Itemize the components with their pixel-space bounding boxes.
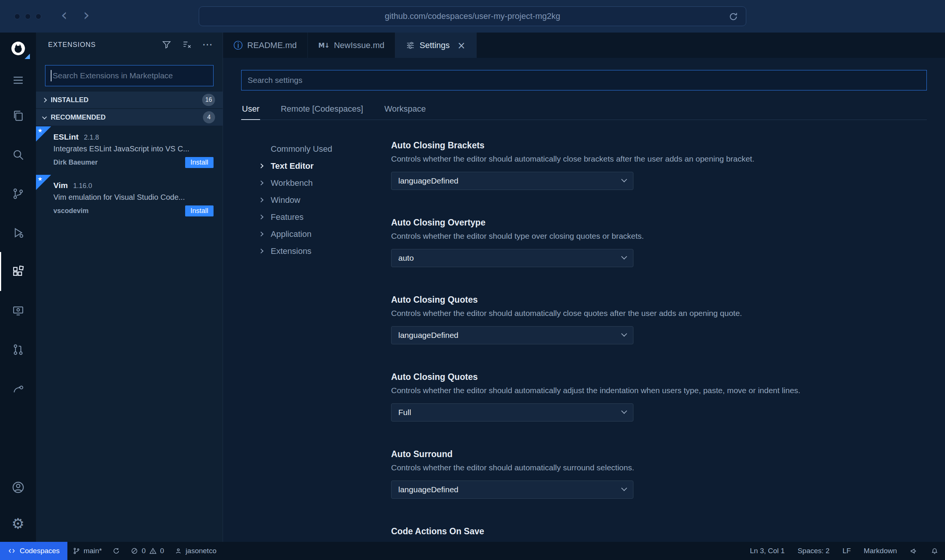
sidebar-item-explorer[interactable] (0, 96, 36, 135)
browser-back-button[interactable]: ‹ (61, 7, 67, 23)
cursor-position[interactable]: Ln 3, Col 1 (744, 547, 791, 555)
feedback-icon (910, 547, 918, 555)
dropdown-value: languageDefined (398, 331, 622, 340)
window-close-button[interactable] (14, 14, 20, 19)
problems-indicator[interactable]: 0 0 (125, 542, 169, 560)
settings-gear-button[interactable]: ⚙ (0, 506, 36, 542)
notifications-button[interactable] (924, 547, 945, 555)
info-icon: ⓘ (234, 41, 243, 50)
sidebar-item-remote-explorer[interactable] (0, 291, 36, 330)
refresh-icon[interactable] (728, 11, 739, 22)
more-actions-icon[interactable]: ⋯ (202, 39, 213, 50)
toc-item-window[interactable]: Window (259, 191, 379, 208)
clear-filter-icon[interactable] (182, 39, 192, 50)
indentation-label: Spaces: 2 (798, 547, 830, 555)
section-label: RECOMMENDED (51, 114, 203, 121)
setting-dropdown[interactable]: auto (391, 249, 633, 267)
language-mode[interactable]: Markdown (857, 547, 903, 555)
toc-item-commonly-used[interactable]: Commonly Used (259, 140, 379, 157)
feedback-button[interactable] (903, 547, 924, 555)
window-minimize-button[interactable] (25, 14, 31, 19)
setting-code-actions-on-save: Code Actions On Save (391, 526, 945, 542)
installed-count-badge: 16 (202, 94, 215, 106)
settings-search-input[interactable] (241, 70, 927, 90)
extension-item-eslint[interactable]: ★ ESLint 2.1.8 Integrates ESLint JavaScr… (36, 126, 223, 175)
settings-scope-tabs: User Remote [Codespaces] Workspace (241, 100, 927, 120)
setting-dropdown[interactable]: languageDefined (391, 172, 633, 190)
editor-area: ⓘ README.md M↓ NewIssue.md Settings × (223, 33, 945, 542)
scope-tab-remote[interactable]: Remote [Codespaces] (280, 100, 364, 120)
cursor-position-label: Ln 3, Col 1 (750, 547, 785, 555)
dropdown-value: auto (398, 254, 622, 263)
section-recommended[interactable]: RECOMMENDED 4 (36, 109, 223, 126)
toc-label: Features (271, 212, 304, 222)
bell-icon (931, 547, 939, 555)
setting-title: Auto Closing Quotes (391, 295, 945, 305)
extensions-search-input[interactable]: Search Extensions in Marketplace (45, 65, 214, 86)
tab-label: Settings (419, 40, 450, 50)
setting-auto-closing-brackets: Auto Closing Brackets Controls whether t… (391, 140, 945, 218)
warning-count: 0 (160, 547, 164, 555)
tab-newissue[interactable]: M↓ NewIssue.md (308, 33, 395, 58)
run-debug-icon (12, 226, 25, 239)
extension-version: 2.1.8 (84, 134, 99, 142)
markdown-icon: M↓ (318, 42, 329, 49)
extension-item-vim[interactable]: ★ Vim 1.16.0 Vim emulation for Visual St… (36, 175, 223, 223)
branch-indicator[interactable]: main* (67, 542, 108, 560)
sidebar-item-search[interactable] (0, 135, 36, 174)
sidebar-item-run-debug[interactable] (0, 213, 36, 252)
sidebar-item-extensions[interactable] (0, 252, 36, 291)
settings-sliders-icon (406, 41, 415, 50)
chevron-right-icon (259, 163, 264, 168)
close-icon[interactable]: × (457, 40, 466, 50)
setting-dropdown[interactable]: languageDefined (391, 326, 633, 344)
chevron-down-icon (621, 485, 627, 491)
eol-indicator[interactable]: LF (836, 547, 857, 555)
user-indicator[interactable]: jasonetco (169, 542, 221, 560)
account-button[interactable] (0, 469, 36, 506)
browser-forward-button[interactable]: › (83, 7, 90, 23)
chevron-down-icon (621, 331, 627, 337)
chevron-right-icon (259, 180, 264, 185)
remote-tunnel-icon (12, 382, 25, 395)
install-button[interactable]: Install (185, 205, 214, 216)
workbench: ⚙ EXTENSIONS ⋯ Search (0, 33, 945, 542)
toc-item-workbench[interactable]: Workbench (259, 174, 379, 191)
extension-name: Vim (53, 181, 68, 190)
install-button[interactable]: Install (185, 157, 214, 168)
remote-explorer-icon (12, 304, 25, 317)
filter-icon[interactable] (161, 39, 172, 50)
eol-label: LF (842, 547, 851, 555)
browser-url-bar[interactable]: github.com/codespaces/user-my-project-mg… (199, 6, 746, 26)
chevron-down-icon (621, 176, 627, 182)
extension-author: vscodevim (53, 207, 185, 215)
setting-auto-indent: Auto Closing Quotes Controls whether the… (391, 372, 945, 449)
toc-label: Workbench (271, 178, 313, 188)
toc-item-extensions[interactable]: Extensions (259, 243, 379, 260)
setting-description: Controls whether the editor should autom… (391, 154, 945, 163)
recommended-count-badge: 4 (203, 111, 215, 123)
sidebar-item-source-control[interactable] (0, 174, 36, 213)
sidebar-item-pull-requests[interactable] (0, 330, 36, 369)
tab-settings[interactable]: Settings × (395, 33, 476, 58)
section-installed[interactable]: INSTALLED 16 (36, 92, 223, 108)
indentation-indicator[interactable]: Spaces: 2 (791, 547, 836, 555)
codespaces-remote-indicator[interactable]: Codespaces (0, 542, 67, 560)
toc-item-application[interactable]: Application (259, 226, 379, 243)
sidebar-item-remote-tunnel[interactable] (0, 369, 36, 408)
setting-dropdown[interactable]: Full (391, 403, 633, 422)
sidebar-title: EXTENSIONS (48, 41, 161, 49)
scope-tab-user[interactable]: User (241, 100, 260, 120)
menu-button[interactable] (0, 64, 36, 96)
window-zoom-button[interactable] (36, 14, 41, 19)
tab-readme[interactable]: ⓘ README.md (223, 33, 308, 58)
setting-dropdown[interactable]: languageDefined (391, 481, 633, 499)
scope-tab-workspace[interactable]: Workspace (384, 100, 427, 120)
chevron-right-icon (42, 98, 47, 103)
toc-item-text-editor[interactable]: Text Editor (259, 157, 379, 174)
tab-bar: ⓘ README.md M↓ NewIssue.md Settings × (223, 33, 945, 58)
setting-auto-closing-quotes: Auto Closing Quotes Controls whether the… (391, 295, 945, 372)
browser-chrome: ‹ › github.com/codespaces/user-my-projec… (0, 0, 945, 33)
toc-item-features[interactable]: Features (259, 208, 379, 226)
sync-button[interactable] (107, 542, 125, 560)
